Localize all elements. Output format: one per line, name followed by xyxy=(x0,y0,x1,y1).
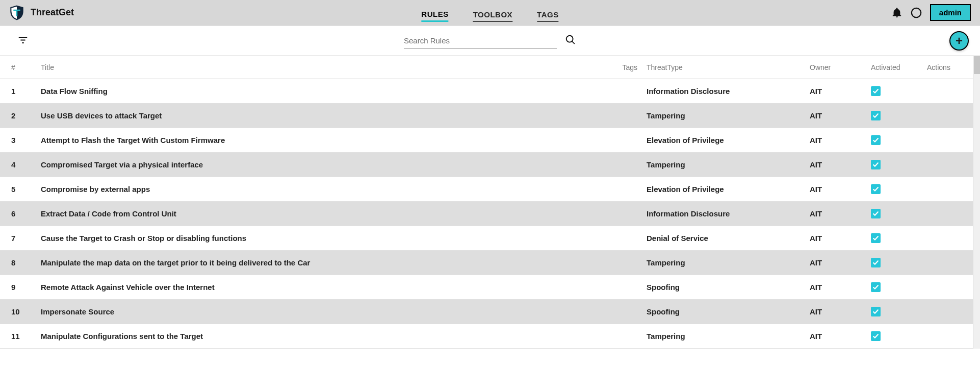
table-row[interactable]: 10Impersonate SourceSpoofingAIT xyxy=(0,300,973,324)
activated-checkbox[interactable] xyxy=(871,282,881,292)
cell-threat-type: Spoofing xyxy=(647,275,810,300)
table-row[interactable]: 5Compromise by external appsElevation of… xyxy=(0,177,973,202)
account-icon[interactable] xyxy=(911,7,922,18)
cell-num: 10 xyxy=(0,300,41,324)
activated-checkbox[interactable] xyxy=(871,258,881,267)
col-header-type[interactable]: ThreatType xyxy=(647,56,810,79)
nav-tab-tags[interactable]: TAGS xyxy=(537,10,559,22)
cell-tags xyxy=(616,202,647,226)
cell-threat-type: Tampering xyxy=(647,153,810,177)
activated-checkbox[interactable] xyxy=(871,209,881,218)
scrollbar[interactable] xyxy=(973,56,980,349)
cell-title: Manipulate Configurations sent to the Ta… xyxy=(41,324,616,349)
table-row[interactable]: 7Cause the Target to Crash or Stop or di… xyxy=(0,226,973,251)
table-row[interactable]: 11Manipulate Configurations sent to the … xyxy=(0,324,973,349)
app-logo-icon xyxy=(9,5,24,20)
cell-actions xyxy=(927,128,973,153)
cell-activated xyxy=(871,177,927,202)
cell-actions xyxy=(927,177,973,202)
col-header-activated[interactable]: Activated xyxy=(871,56,927,79)
app-header: ThreatGet RULESTOOLBOXTAGS admin xyxy=(0,0,980,26)
col-header-num[interactable]: # xyxy=(0,56,41,79)
cell-num: 1 xyxy=(0,79,41,104)
cell-tags xyxy=(616,251,647,275)
activated-checkbox[interactable] xyxy=(871,111,881,120)
activated-checkbox[interactable] xyxy=(871,307,881,316)
cell-num: 6 xyxy=(0,202,41,226)
cell-threat-type: Tampering xyxy=(647,324,810,349)
nav-tab-rules[interactable]: RULES xyxy=(421,10,448,22)
scrollbar-thumb[interactable] xyxy=(974,56,980,74)
cell-tags xyxy=(616,128,647,153)
table-row[interactable]: 4Compromised Target via a physical inter… xyxy=(0,153,973,177)
add-rule-button[interactable]: + xyxy=(949,31,969,51)
cell-num: 7 xyxy=(0,226,41,251)
cell-tags xyxy=(616,177,647,202)
col-header-title[interactable]: Title xyxy=(41,56,616,79)
cell-tags xyxy=(616,226,647,251)
cell-activated xyxy=(871,128,927,153)
cell-owner: AIT xyxy=(810,275,871,300)
col-header-tags[interactable]: Tags xyxy=(616,56,647,79)
table-row[interactable]: 3Attempt to Flash the Target With Custom… xyxy=(0,128,973,153)
logo: ThreatGet xyxy=(9,5,74,20)
table-row[interactable]: 2Use USB devices to attack TargetTamperi… xyxy=(0,104,973,128)
activated-checkbox[interactable] xyxy=(871,331,881,341)
cell-threat-type: Denial of Service xyxy=(647,226,810,251)
table-row[interactable]: 6Extract Data / Code from Control UnitIn… xyxy=(0,202,973,226)
cell-actions xyxy=(927,202,973,226)
activated-checkbox[interactable] xyxy=(871,184,881,194)
cell-title: Data Flow Sniffing xyxy=(41,79,616,104)
cell-tags xyxy=(616,79,647,104)
activated-checkbox[interactable] xyxy=(871,160,881,169)
activated-checkbox[interactable] xyxy=(871,233,881,243)
activated-checkbox[interactable] xyxy=(871,135,881,145)
cell-title: Cause the Target to Crash or Stop or dis… xyxy=(41,226,616,251)
cell-num: 11 xyxy=(0,324,41,349)
nav-tab-toolbox[interactable]: TOOLBOX xyxy=(473,10,512,22)
cell-title: Remote Attack Against Vehicle over the I… xyxy=(41,275,616,300)
filter-icon[interactable] xyxy=(17,34,29,47)
cell-title: Manipulate the map data on the target pr… xyxy=(41,251,616,275)
col-header-owner[interactable]: Owner xyxy=(810,56,871,79)
cell-tags xyxy=(616,104,647,128)
cell-threat-type: Elevation of Privilege xyxy=(647,128,810,153)
activated-checkbox[interactable] xyxy=(871,86,881,96)
cell-tags xyxy=(616,300,647,324)
cell-num: 9 xyxy=(0,275,41,300)
svg-point-0 xyxy=(912,8,921,17)
cell-threat-type: Tampering xyxy=(647,251,810,275)
main-nav: RULESTOOLBOXTAGS xyxy=(421,0,558,25)
cell-activated xyxy=(871,104,927,128)
search-icon[interactable] xyxy=(565,34,576,47)
table-row[interactable]: 8Manipulate the map data on the target p… xyxy=(0,251,973,275)
cell-title: Extract Data / Code from Control Unit xyxy=(41,202,616,226)
cell-owner: AIT xyxy=(810,202,871,226)
cell-tags xyxy=(616,275,647,300)
cell-title: Use USB devices to attack Target xyxy=(41,104,616,128)
admin-button[interactable]: admin xyxy=(930,4,971,21)
cell-activated xyxy=(871,202,927,226)
cell-owner: AIT xyxy=(810,177,871,202)
col-header-actions[interactable]: Actions xyxy=(927,56,973,79)
cell-actions xyxy=(927,251,973,275)
cell-threat-type: Information Disclosure xyxy=(647,202,810,226)
cell-actions xyxy=(927,79,973,104)
notifications-icon[interactable] xyxy=(891,7,902,18)
table-row[interactable]: 1Data Flow SniffingInformation Disclosur… xyxy=(0,79,973,104)
cell-activated xyxy=(871,324,927,349)
search xyxy=(404,33,576,48)
search-input[interactable] xyxy=(404,33,557,48)
cell-num: 3 xyxy=(0,128,41,153)
cell-num: 5 xyxy=(0,177,41,202)
cell-actions xyxy=(927,153,973,177)
cell-title: Impersonate Source xyxy=(41,300,616,324)
cell-owner: AIT xyxy=(810,300,871,324)
table-row[interactable]: 9Remote Attack Against Vehicle over the … xyxy=(0,275,973,300)
cell-activated xyxy=(871,226,927,251)
header-right: admin xyxy=(891,4,971,21)
cell-owner: AIT xyxy=(810,128,871,153)
cell-title: Attempt to Flash the Target With Custom … xyxy=(41,128,616,153)
cell-activated xyxy=(871,153,927,177)
cell-num: 8 xyxy=(0,251,41,275)
